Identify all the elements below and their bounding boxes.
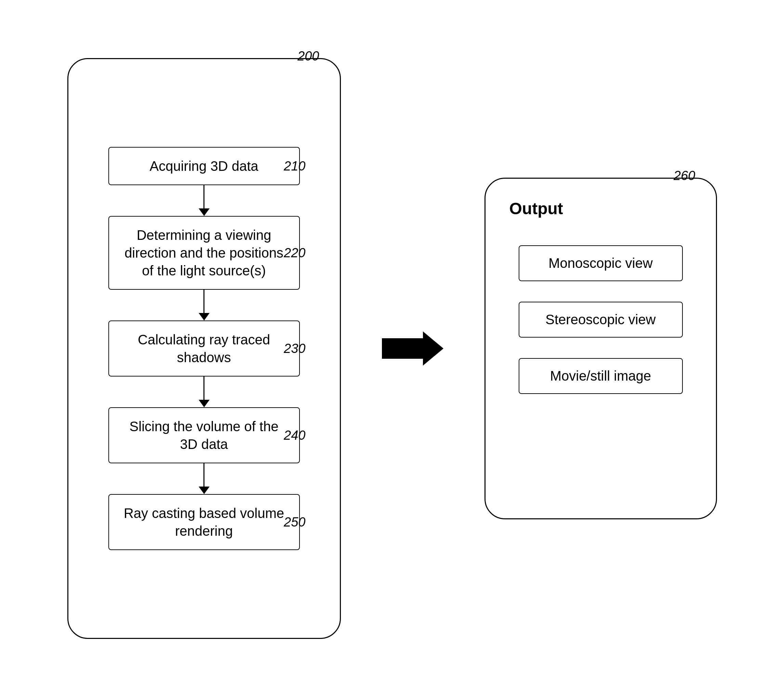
step-wrapper-210: Acquiring 3D data 210 [92,147,316,185]
step-wrapper-240: Slicing the volume of the 3D data 240 [92,407,316,463]
step-ref-240: 240 [284,428,305,443]
step-box-230: Calculating ray traced shadows [109,321,300,376]
arrow-down-4 [199,463,209,494]
step-box-210: Acquiring 3D data [109,147,300,185]
flowchart-left: 200 Acquiring 3D data 210 Determining a … [68,58,341,639]
arrow-down-2 [199,290,209,321]
output-title: Output [509,199,563,218]
step-ref-220: 220 [284,246,305,260]
big-arrow-svg [382,331,443,366]
output-item-1: Monoscopic view [519,245,683,281]
step-box-240: Slicing the volume of the 3D data [109,407,300,463]
step-wrapper-220: Determining a viewing direction and the … [92,216,316,290]
step-wrapper-230: Calculating ray traced shadows 230 [92,321,316,376]
output-box: 260 Output Monoscopic view Stereoscopic … [484,178,717,519]
output-item-2: Stereoscopic view [519,302,683,337]
step-ref-210: 210 [284,159,305,174]
right-box-ref: 260 [674,168,695,183]
output-item-3: Movie/still image [519,358,683,394]
step-wrapper-250: Ray casting based volume rendering 250 [92,494,316,550]
arrow-down-1 [199,185,209,216]
step-ref-230: 230 [284,341,305,356]
svg-marker-0 [382,331,443,366]
step-box-220: Determining a viewing direction and the … [109,216,300,290]
arrow-down-3 [199,376,209,407]
big-arrow-connector [382,331,443,366]
step-box-250: Ray casting based volume rendering [109,494,300,550]
left-box-ref: 200 [298,49,319,64]
step-ref-250: 250 [284,515,305,529]
flow-steps: Acquiring 3D data 210 Determining a view… [92,147,316,550]
diagram-container: 200 Acquiring 3D data 210 Determining a … [33,58,751,639]
